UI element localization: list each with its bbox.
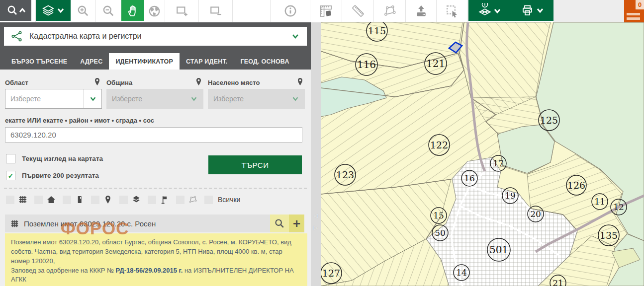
search-panel: Кадастрална карта и регистри БЪРЗО ТЪРСЕ… — [0, 22, 311, 286]
toolbar-zoom-out-button[interactable] — [96, 0, 121, 22]
filter-checkbox-polygon-nodes[interactable] — [176, 196, 184, 204]
filter-all-label: Всички — [218, 196, 240, 204]
select-1[interactable]: Изберете — [106, 89, 203, 109]
share-branch-icon — [11, 30, 23, 42]
pin-icon — [92, 77, 102, 86]
service-selector[interactable]: Кадастрална карта и регистри — [4, 27, 307, 46]
result-add-button[interactable]: + — [289, 214, 304, 232]
parcel-number-16: 16 — [464, 173, 475, 183]
parcel-number-14: 14 — [456, 268, 467, 278]
filter-checkbox-pin[interactable] — [91, 196, 99, 204]
select-2[interactable]: Изберете — [208, 89, 305, 109]
filter-checkbox-home[interactable] — [34, 196, 43, 204]
parcel-number-125: 125 — [540, 115, 558, 126]
checkbox-box-checked[interactable]: ✓ — [6, 171, 15, 180]
grid-icon — [18, 195, 28, 205]
filter-checkbox-layers-flat[interactable] — [119, 196, 128, 204]
identifier-label: екатте ИЛИ екатте • район • имот • сград… — [5, 117, 154, 124]
parcel-number-20: 20 — [530, 209, 541, 219]
tab-1[interactable]: АДРЕС — [74, 53, 109, 70]
parcel-grid-icon — [10, 219, 19, 228]
parcel-number-50: 50 — [435, 228, 446, 238]
parcel-number-19: 19 — [505, 191, 516, 201]
parcel-number-17: 17 — [493, 158, 504, 168]
result-item[interactable]: Поземлен имот 63029.120.20 с. Росен + — [5, 214, 304, 232]
toolbar-layers-button[interactable] — [36, 0, 71, 21]
select-placeholder: Изберете — [107, 95, 185, 103]
checkbox-current-view[interactable]: Текущ изглед на картата — [6, 154, 103, 163]
filter-checkbox-flag[interactable] — [148, 196, 156, 204]
toolbar-export-button[interactable] — [406, 0, 437, 22]
toolbar-select-region-button[interactable] — [437, 0, 467, 22]
panel-splitter[interactable]: ◁ ▷ — [311, 22, 321, 286]
parcel-number-12: 12 — [613, 202, 624, 212]
identifier-input[interactable] — [5, 127, 302, 143]
select-label: Населено място — [208, 79, 260, 86]
toolbar-measure-area-button[interactable] — [310, 0, 342, 22]
toolbar-measure-polygon-button[interactable] — [374, 0, 406, 22]
collapse-panel-icon[interactable]: ◁ — [313, 213, 319, 218]
pin-icon — [295, 77, 305, 86]
checkbox-first-200[interactable]: ✓ Първите 200 резултата — [6, 171, 99, 180]
tab-3[interactable]: СТАР ИДЕНТ. — [180, 53, 234, 70]
checkbox-box[interactable] — [6, 154, 15, 163]
parcel-number-116: 116 — [357, 59, 376, 71]
select-0[interactable]: Изберете — [5, 89, 102, 109]
menu-bar-icon — [627, 13, 640, 15]
toolbar-pan-hand-button[interactable] — [121, 0, 144, 21]
chevron-down-icon — [185, 89, 203, 108]
toolbar-zoom-in-button[interactable] — [71, 0, 96, 22]
search-tabs: БЪРЗО ТЪРСЕНЕАДРЕСИДЕНТИФИКАТОРСТАР ИДЕН… — [0, 53, 311, 70]
order-number: РД-18-56/29.09.2015 г. — [116, 267, 183, 274]
chevron-down-icon — [84, 89, 101, 108]
panel-header-area: Кадастрална карта и регистри БЪРЗО ТЪРСЕ… — [0, 22, 311, 70]
location-selects: ОбластИзберетеОбщинаИзберетеНаселено мяс… — [5, 73, 305, 109]
result-detail-text: Поземлен имот 63029.120.20, област Бурга… — [11, 238, 291, 265]
zoom-in-icon — [77, 4, 90, 17]
checkbox-label: Текущ изглед на картата — [22, 155, 103, 162]
checkbox-label: Първите 200 резултата — [22, 172, 99, 179]
parcel-number-501: 501 — [489, 244, 508, 256]
toolbar-search-button[interactable] — [0, 0, 31, 21]
chevron-down-icon — [291, 32, 300, 41]
toolbar-zoom-box-in-button[interactable] — [165, 0, 199, 22]
result-filter-row: Всички — [6, 195, 240, 205]
parcel-number-11: 11 — [594, 197, 605, 207]
home-icon — [46, 195, 56, 205]
parcel-number-127: 127 — [322, 268, 340, 279]
select-label: Област — [5, 79, 28, 86]
notifications-toggle[interactable]: 0 — [624, 0, 644, 22]
measure-area-icon — [319, 4, 333, 18]
parcel-number-115: 115 — [368, 25, 386, 36]
measure-distance-icon — [351, 4, 365, 18]
toolbar-zoom-box-out-button[interactable] — [199, 0, 233, 22]
filter-checkbox-all[interactable] — [204, 196, 213, 204]
print-icon — [521, 3, 544, 17]
filter-checkbox-grid[interactable] — [6, 196, 14, 204]
result-detail-box: Поземлен имот 63029.120.20, област Бурга… — [5, 233, 307, 286]
map-viewport[interactable]: 1151161211221231251261271355011716192015… — [321, 22, 644, 286]
filter-checkbox-building[interactable] — [63, 196, 71, 204]
toolbar-identify-info-button[interactable] — [271, 0, 310, 22]
layers-flat-icon — [131, 195, 141, 205]
parcel-number-123: 123 — [336, 169, 354, 180]
chevron-down-icon — [286, 89, 304, 108]
panel-body: ОбластИзберетеОбщинаИзберетеНаселено мяс… — [0, 70, 311, 286]
parcel-number-126: 126 — [567, 180, 585, 191]
tab-0[interactable]: БЪРЗО ТЪРСЕНЕ — [5, 53, 74, 70]
tab-4[interactable]: ГЕОД. ОСНОВА — [234, 53, 296, 70]
select-col-1: ОбщинаИзберете — [106, 73, 203, 109]
search-submit-button[interactable]: ТЪРСИ — [208, 155, 302, 174]
zoom-box-in-icon — [176, 4, 188, 17]
result-locate-button[interactable] — [270, 214, 289, 232]
toolbar-measure-distance-button[interactable] — [342, 0, 374, 22]
grid-tools-icon — [478, 3, 501, 18]
expand-panel-icon[interactable]: ▷ — [313, 224, 319, 230]
select-col-2: Населено мястоИзберете — [208, 73, 305, 109]
toolbar-print-button[interactable] — [511, 0, 553, 21]
tab-2[interactable]: ИДЕНТИФИКАТОР — [109, 53, 180, 70]
toolbar-grid-tools-button[interactable] — [468, 0, 511, 21]
toolbar-globe-button[interactable] — [144, 0, 165, 22]
divider — [4, 188, 307, 189]
cadastral-map[interactable]: 1151161211221231251261271355011716192015… — [321, 22, 644, 286]
